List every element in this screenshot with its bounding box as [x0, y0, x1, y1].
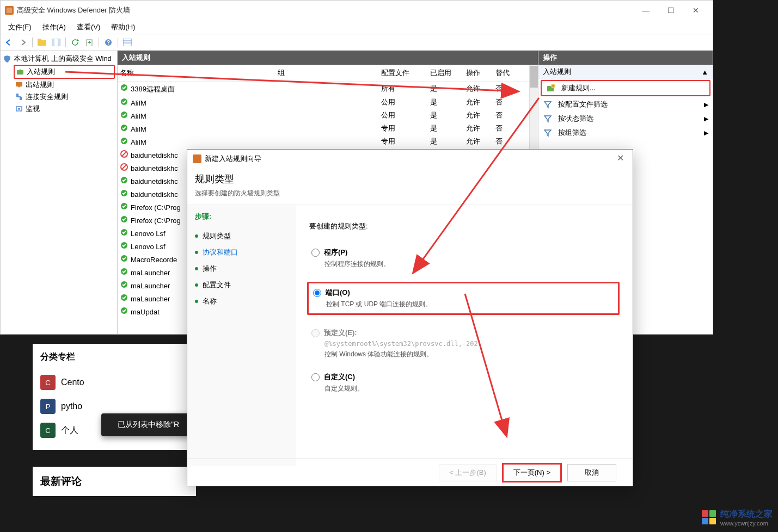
- wizard-close-button[interactable]: ✕: [612, 153, 628, 163]
- watermark: 纯净系统之家 www.ycwnjzy.com: [702, 509, 773, 527]
- back-button[interactable]: [3, 36, 15, 48]
- watermark-url: www.ycwnjzy.com: [720, 520, 773, 527]
- step-3[interactable]: 配置文件: [195, 277, 289, 293]
- allow-icon: [120, 228, 128, 237]
- rule-profile: 专用: [381, 123, 430, 133]
- maximize-button[interactable]: ☐: [658, 1, 683, 20]
- wizard-icon: [193, 154, 201, 163]
- radio-program[interactable]: [311, 249, 320, 257]
- rule-row[interactable]: AliIM专用是允许否: [118, 122, 529, 135]
- col-group[interactable]: 组: [278, 68, 381, 78]
- radio-desc: 控制 TCP 或 UDP 端口连接的规则。: [326, 300, 614, 309]
- category-item[interactable]: CCento: [40, 370, 188, 394]
- tree-icon: [15, 81, 23, 89]
- menu-help[interactable]: 帮助(H): [106, 21, 140, 34]
- tb-panes-icon[interactable]: [50, 36, 62, 48]
- rule-profile: 公用: [381, 110, 430, 120]
- rule-name: baidunetdiskhc: [131, 190, 178, 199]
- tb-export-icon[interactable]: [83, 36, 95, 48]
- rule-action: 允许: [466, 123, 495, 133]
- action-label: 按状态筛选: [558, 114, 593, 123]
- collapse-icon[interactable]: ▲: [701, 68, 708, 76]
- rule-name: MacroRecorde: [131, 256, 177, 264]
- filter-icon: [543, 100, 553, 109]
- rule-row[interactable]: AliIM公用是允许否: [118, 109, 529, 122]
- rule-name: Lenovo Lsf: [131, 243, 166, 251]
- rule-row[interactable]: AliIM专用是允许否: [118, 135, 529, 148]
- category-icon: C: [40, 375, 56, 390]
- step-dot-icon: [195, 251, 198, 254]
- tree-item-label: 入站规则: [27, 67, 55, 77]
- radio-option-program[interactable]: 程序(P)控制程序连接的规则。: [311, 248, 620, 269]
- action-label: 按组筛选: [558, 128, 586, 138]
- menu-action[interactable]: 操作(A): [37, 21, 71, 34]
- rule-row[interactable]: AliIM公用是允许否: [118, 96, 529, 109]
- allow-icon: [120, 280, 128, 289]
- action-item-1[interactable]: 按配置文件筛选▶: [538, 97, 713, 112]
- new-rule-icon: [546, 83, 556, 93]
- minimize-button[interactable]: —: [633, 1, 658, 20]
- tb-refresh-icon[interactable]: [69, 36, 81, 48]
- tree-item-1[interactable]: 出站规则: [14, 79, 115, 91]
- tree-item-3[interactable]: 监视: [14, 103, 115, 115]
- toast-message: 已从列表中移除"R: [101, 413, 195, 436]
- next-button[interactable]: 下一页(N) >: [502, 463, 562, 482]
- menu-view[interactable]: 查看(V): [71, 21, 106, 34]
- step-0[interactable]: 规则类型: [195, 228, 289, 244]
- tb-folder-icon[interactable]: [36, 36, 48, 48]
- col-override[interactable]: 替代: [495, 68, 522, 78]
- svg-line-28: [122, 165, 126, 169]
- tree-item-0[interactable]: 入站规则: [14, 65, 115, 79]
- rule-name: maUpdat: [131, 308, 160, 316]
- step-label: 规则类型: [203, 231, 231, 241]
- allow-icon: [120, 83, 128, 92]
- col-name[interactable]: 名称: [120, 68, 278, 78]
- block-icon: [120, 150, 128, 158]
- col-profile[interactable]: 配置文件: [381, 68, 430, 78]
- col-action[interactable]: 操作: [466, 68, 495, 78]
- radio-option-custom[interactable]: 自定义(C)自定义规则。: [311, 372, 620, 393]
- comments-title: 最新评论: [40, 474, 188, 488]
- toolbar: ?: [1, 34, 713, 51]
- rule-override: 否: [495, 110, 522, 120]
- step-label: 操作: [203, 264, 217, 274]
- rule-name: AliIM: [131, 112, 146, 120]
- allow-icon: [120, 189, 128, 197]
- radio-option-port[interactable]: 端口(O)控制 TCP 或 UDP 端口连接的规则。: [307, 282, 620, 315]
- svg-rect-5: [52, 39, 54, 46]
- allow-icon: [120, 254, 128, 263]
- action-item-0[interactable]: 新建规则...: [541, 80, 710, 96]
- rule-row[interactable]: 3389远程桌面所有是允许否: [118, 82, 529, 96]
- radio-custom[interactable]: [311, 373, 320, 381]
- rule-name: AliIM: [131, 125, 146, 133]
- rule-name: baidunetdiskhc: [131, 177, 178, 185]
- col-enabled[interactable]: 已启用: [430, 68, 466, 78]
- action-item-2[interactable]: 按状态筛选▶: [538, 112, 713, 126]
- rule-override: 否: [495, 84, 522, 94]
- tree-root-item[interactable]: 本地计算机 上的高级安全 Wind: [3, 53, 115, 65]
- comments-panel: 最新评论: [33, 467, 196, 496]
- action-item-3[interactable]: 按组筛选▶: [538, 126, 713, 140]
- step-dot-icon: [195, 300, 198, 303]
- step-4[interactable]: 名称: [195, 293, 289, 310]
- rule-action: 允许: [466, 110, 495, 120]
- radio-label: 端口(O): [326, 288, 350, 298]
- actions-section: 入站规则 ▲: [538, 65, 713, 79]
- close-button[interactable]: ✕: [683, 1, 708, 20]
- rules-columns-header: 名称 组 配置文件 已启用 操作 替代: [118, 65, 529, 82]
- tb-list-icon[interactable]: [121, 36, 133, 48]
- tree-item-2[interactable]: 连接安全规则: [14, 91, 115, 103]
- radio-desc: 控制 Windows 体验功能连接的规则。: [324, 350, 620, 359]
- cancel-button[interactable]: 取消: [567, 464, 616, 481]
- step-2[interactable]: 操作: [195, 261, 289, 277]
- menu-file[interactable]: 文件(F): [3, 21, 37, 34]
- rule-action: 允许: [466, 84, 495, 94]
- tb-help-icon[interactable]: ?: [102, 36, 114, 48]
- radio-port[interactable]: [313, 289, 321, 297]
- forward-button[interactable]: [17, 36, 29, 48]
- step-1[interactable]: 协议和端口: [195, 244, 289, 261]
- step-label: 协议和端口: [203, 248, 238, 257]
- tree-icon: [15, 92, 23, 101]
- wizard-heading: 规则类型: [195, 172, 625, 185]
- category-label: pytho: [61, 401, 82, 411]
